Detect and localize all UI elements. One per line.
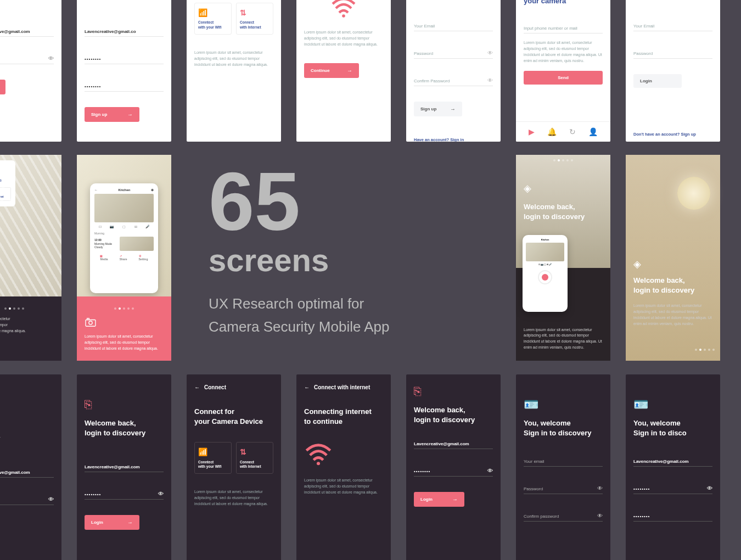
connecting-heading: Connecting internetto continue — [304, 407, 383, 427]
caption-text: sit amet, consecteturdo eiusmod temporab… — [0, 316, 54, 334]
back-icon[interactable]: ← — [194, 384, 200, 390]
description-text: Lorem ipsum dolor sit amet, consectetur … — [304, 30, 383, 48]
dark-connecting-screen: ←Connect with internet Connecting intern… — [296, 374, 391, 560]
welcome-title: You, welcomeSign in to discovery — [524, 418, 603, 438]
eye-icon[interactable]: 👁 — [597, 513, 603, 519]
arrow-icon: → — [127, 519, 133, 525]
email-field[interactable]: Lavencreative@gmail.com — [633, 455, 712, 467]
password-field[interactable]: ••••••••👁 — [414, 464, 493, 477]
target-icon: ◈ — [633, 258, 641, 270]
password-field[interactable]: ••••••••👁 — [85, 488, 164, 500]
caption-footer: sit amet, consecteturdo eiusmod temporab… — [0, 296, 61, 361]
email-field[interactable]: Your Email — [633, 19, 712, 31]
caption-text: Lorem ipsum dolor sit amet, consectetur … — [633, 303, 712, 327]
eye-icon[interactable]: 👁 — [48, 55, 54, 61]
confirm-field[interactable]: •••••••• — [633, 509, 712, 522]
continue-button[interactable]: Continue→ — [304, 63, 359, 78]
toolbar-icons: ⊡📷▢⊞🎤 — [94, 225, 154, 228]
eye-icon[interactable]: 👁 — [158, 491, 164, 497]
internet-card[interactable]: ⇅Connectwith Internet — [236, 3, 273, 35]
email-field[interactable]: Your Email — [414, 19, 493, 31]
caption-footer: Lorem ipsum dolor sit amet, consectetur … — [77, 296, 171, 361]
camera-icon — [85, 317, 164, 329]
email-field[interactable]: Lavencreative@gmail.com — [414, 437, 493, 449]
arrow-icon: → — [127, 111, 133, 117]
login-button[interactable]: Login→ — [85, 515, 139, 530]
password-field[interactable]: ••••••••👁 — [0, 493, 54, 505]
bell-icon[interactable]: 🔔 — [547, 127, 557, 136]
phone-mail-field[interactable]: Input phone number or mail — [524, 21, 603, 33]
login-button[interactable]: → — [0, 80, 5, 94]
header-row: ←Connect with internet — [304, 374, 383, 390]
email-field[interactable]: Your email — [524, 455, 603, 467]
id-card-icon: 🪪 — [633, 397, 712, 412]
play-icon[interactable]: ▶ — [529, 127, 535, 136]
signin-link[interactable]: Have an account? Sign in — [414, 137, 493, 142]
signup-button[interactable]: Sign up→ — [85, 107, 139, 122]
wifi-large-icon — [304, 442, 383, 471]
login-button[interactable]: Login→ — [414, 492, 464, 507]
password-field[interactable]: Password👁 — [524, 482, 603, 494]
eye-icon[interactable]: 👁 — [487, 50, 493, 56]
password-field[interactable]: Password👁 — [414, 47, 493, 59]
eye-icon[interactable]: 👁 — [487, 468, 493, 474]
eye-icon[interactable]: 👁 — [48, 496, 54, 502]
hero-subtitle: UX Research optimal forCamera Security M… — [209, 293, 505, 338]
welcome-title: You, welcomeSign in to disco — [633, 418, 712, 438]
password-field[interactable]: •••••••• — [85, 52, 164, 64]
svg-point-2 — [89, 321, 92, 324]
internet-icon: ⇅ — [240, 8, 270, 18]
eye-icon[interactable]: 👁 — [487, 77, 493, 83]
hero-text: 65 screens UX Research optimal forCamera… — [209, 165, 505, 338]
login-screen-partial: Lavencreative@gmail.com ••••••••👁 → an a… — [0, 0, 61, 142]
email-field[interactable]: Lavencreative@gmail.com — [0, 25, 54, 37]
dark-login-partial: back,to discovery Lavencreative@gmail.co… — [0, 374, 61, 560]
send-button[interactable]: Send — [524, 71, 603, 85]
id-card-icon: 🪪 — [524, 397, 603, 412]
screen-title: Connect — [204, 384, 226, 390]
eye-icon[interactable]: 👁 — [597, 485, 603, 491]
profile-icon[interactable]: 👤 — [588, 127, 598, 136]
eye-icon[interactable]: 👁 — [707, 485, 712, 491]
signup-link[interactable]: Don't have an account? Sign up — [633, 132, 712, 137]
internet-card[interactable]: ⇅Connectwith Internet — [236, 442, 273, 474]
confirm-field[interactable]: Confirm Password👁 — [414, 74, 493, 86]
screen-title: Connect with internet — [314, 384, 370, 390]
dark-connect-screen: ←Connect Connect foryour Camera Device 📶… — [187, 374, 281, 560]
welcome-title: Welcome back,login to discovery — [414, 405, 493, 425]
signup-button[interactable]: Sign up→ — [414, 102, 462, 116]
onboarding-photo-screen-2: ←Kitchen⊕ ⊡📷▢⊞🎤 Morning 12:00Morning Mod… — [77, 155, 171, 361]
wifi-icon: 📶 — [198, 447, 228, 457]
arrow-icon: → — [450, 106, 456, 112]
connect-heading: Connect foryour Camera Device — [194, 407, 273, 427]
dark-signup-filled-screen: 🪪 You, welcomeSign in to disco Lavencrea… — [626, 374, 720, 560]
target-icon: ◈ — [524, 182, 531, 194]
login-button[interactable]: Login — [633, 74, 682, 88]
description-text: Lorem ipsum dolor sit amet, consectetur … — [194, 489, 273, 507]
wifi-card[interactable]: 📶Conntectwith your Wifi — [194, 442, 232, 474]
camera-send-screen: your camera Input phone number or mail L… — [516, 0, 610, 142]
signup-screen: Lavencreative@gmail.co •••••••• ••••••••… — [77, 0, 171, 142]
password-field[interactable]: ••••••••👁 — [0, 52, 54, 64]
welcome-title: Welcome back,login to discovery — [85, 418, 164, 438]
pager-dots — [516, 159, 610, 161]
caption-text: Lorem ipsum dolor sit amet, consectetur … — [524, 327, 603, 351]
email-field[interactable]: Lavencreative@gmail.com — [0, 466, 54, 478]
caption-text: Lorem ipsum dolor sit amet, consectetur … — [85, 334, 164, 352]
signup-link[interactable]: an account? Sign up — [0, 137, 54, 142]
confirm-field[interactable]: •••••••• — [85, 80, 164, 92]
tab-bar: ▶ 🔔 ↻ 👤 — [516, 121, 610, 142]
welcome-title: Welcome back,login to discovery — [633, 276, 694, 295]
confirm-field[interactable]: Confirm password👁 — [524, 509, 603, 522]
description-text: Lorem ipsum dolor sit amet, consectetur … — [194, 50, 273, 68]
camera-feed — [94, 194, 154, 222]
back-icon[interactable]: ← — [304, 384, 310, 390]
refresh-icon[interactable]: ↻ — [569, 127, 576, 136]
email-field[interactable]: Lavencreative@gmail.co — [85, 25, 164, 37]
password-field[interactable]: ••••••••👁 — [633, 482, 712, 494]
email-field[interactable]: Lavencreative@gmail.com — [85, 460, 164, 472]
wifi-card[interactable]: 📶Conntectwith your Wifi — [194, 3, 232, 35]
password-field[interactable]: Password — [633, 47, 712, 59]
dark-signup-screen: 🪪 You, welcomeSign in to discovery Your … — [516, 374, 610, 560]
background-photo: Connect Connect for your Camera Device 📶… — [0, 155, 61, 296]
